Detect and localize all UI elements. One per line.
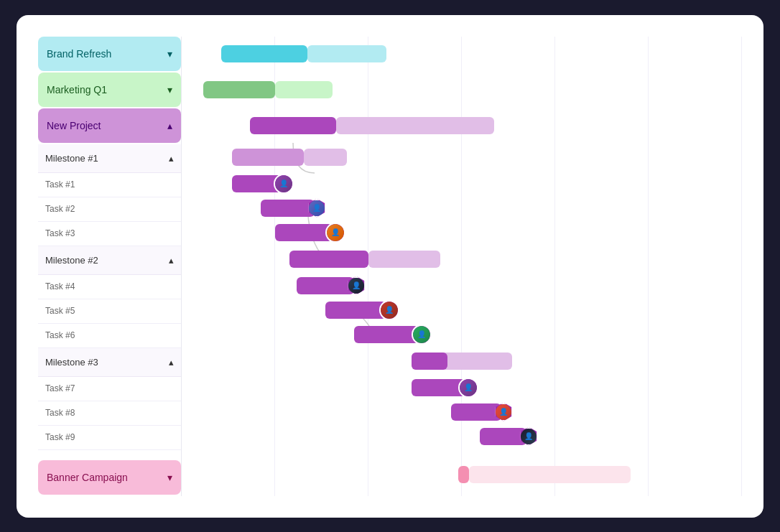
project-new[interactable]: New Project ▴ (38, 108, 181, 143)
task-1[interactable]: Task #1 (38, 173, 181, 197)
chevron-up-icon-m1: ▴ (169, 153, 174, 164)
project-brand[interactable]: Brand Refresh ▾ (38, 37, 181, 71)
avatar-task2-img: 👤 (309, 200, 325, 216)
marketing-bar-solid[interactable] (203, 81, 275, 98)
project-brand-label: Brand Refresh (47, 48, 111, 60)
task8-bar[interactable] (451, 403, 501, 421)
milestone-1[interactable]: Milestone #1 ▴ (38, 144, 181, 173)
banner-row-bar (182, 457, 742, 492)
marketing-row-bar (182, 73, 742, 107)
marketing-bar-light[interactable] (275, 81, 333, 98)
avatar-task8-img: 👤 (496, 404, 511, 420)
avatar-task7-img: 👤 (460, 379, 477, 396)
milestone3-row-bar (182, 347, 742, 375)
task-5-label: Task #5 (45, 306, 75, 316)
task-3-label: Task #3 (45, 228, 75, 238)
task-4[interactable]: Task #4 (38, 275, 181, 299)
chevron-down-icon-3: ▾ (167, 472, 172, 483)
chevron-down-icon: ▾ (167, 48, 172, 60)
project-new-label: New Project (47, 120, 101, 131)
task-2[interactable]: Task #2 (38, 197, 181, 222)
task-7-label: Task #7 (45, 383, 75, 393)
app-card: Brand Refresh ▾ Marketing Q1 ▾ New Proje… (17, 15, 763, 518)
banner-bar-light[interactable] (469, 466, 631, 483)
milestone1-bar-light[interactable] (304, 149, 347, 166)
task-4-label: Task #4 (45, 281, 75, 291)
avatar-task3: 👤 (325, 223, 345, 243)
project-marketing[interactable]: Marketing Q1 ▾ (38, 73, 181, 107)
avatar-task4-img: 👤 (348, 278, 364, 294)
avatar-task1-img: 👤 (275, 175, 292, 192)
task5-row-bar: 👤 (182, 298, 742, 322)
milestone-3[interactable]: Milestone #3 ▴ (38, 348, 181, 377)
chevron-up-icon-m2: ▴ (169, 255, 174, 266)
task3-bar[interactable] (275, 224, 333, 241)
new-project-bar-light[interactable] (336, 117, 494, 134)
milestone-2-label: Milestone #2 (45, 255, 98, 266)
avatar-task9-img: 👤 (521, 429, 537, 444)
milestone-2[interactable]: Milestone #2 ▴ (38, 246, 181, 275)
task9-bar[interactable] (480, 428, 526, 445)
milestone-1-label: Milestone #1 (45, 153, 98, 164)
task5-bar[interactable] (325, 302, 386, 319)
avatar-task1: 👤 (274, 174, 294, 194)
task4-bar[interactable] (297, 277, 354, 294)
chevron-down-icon-2: ▾ (167, 84, 172, 95)
task8-row-bar: 👤 (182, 400, 742, 424)
avatar-task6: 👤 (412, 325, 432, 345)
milestone2-row-bar (182, 245, 742, 274)
task2-row-bar: 👤 (182, 196, 742, 220)
task4-row-bar: 👤 (182, 274, 742, 298)
sidebar: Brand Refresh ▾ Marketing Q1 ▾ New Proje… (38, 37, 182, 496)
task-8[interactable]: Task #8 (38, 401, 181, 426)
task-7[interactable]: Task #7 (38, 377, 181, 401)
task6-row-bar: 👤 (182, 322, 742, 347)
task7-row-bar: 👤 (182, 375, 742, 400)
avatar-task5-img: 👤 (381, 302, 398, 319)
milestone1-bar-solid[interactable] (232, 149, 304, 166)
task-6[interactable]: Task #6 (38, 324, 181, 348)
chart-area: 👤 👤 👤 (182, 37, 742, 496)
task-9-label: Task #9 (45, 432, 75, 442)
task-1-label: Task #1 (45, 179, 75, 190)
banner-bar-solid[interactable] (458, 466, 469, 483)
gantt-container: Brand Refresh ▾ Marketing Q1 ▾ New Proje… (38, 37, 742, 496)
avatar-task3-img: 👤 (327, 224, 344, 241)
brand-bar-light[interactable] (307, 45, 386, 62)
task2-bar[interactable] (261, 200, 315, 217)
task-2-label: Task #2 (45, 204, 75, 214)
new-project-row-bar (182, 108, 742, 143)
task3-row-bar: 👤 (182, 220, 742, 245)
project-banner-label: Banner Campaign (47, 472, 128, 483)
milestone1-row-bar (182, 143, 742, 172)
task-3[interactable]: Task #3 (38, 222, 181, 246)
milestone-3-label: Milestone #3 (45, 357, 98, 368)
task-9[interactable]: Task #9 (38, 426, 181, 450)
milestone2-bar-solid[interactable] (289, 251, 368, 268)
project-banner[interactable]: Banner Campaign ▾ (38, 460, 181, 495)
task6-bar[interactable] (354, 326, 419, 343)
bars-container: 👤 👤 👤 (182, 37, 742, 496)
task-8-label: Task #8 (45, 408, 75, 418)
new-project-bar-solid[interactable] (250, 117, 336, 134)
chevron-up-icon: ▴ (167, 120, 172, 131)
avatar-task5: 👤 (379, 300, 399, 320)
chevron-up-icon-m3: ▴ (169, 357, 174, 368)
avatar-task6-img: 👤 (413, 326, 430, 343)
task-6-label: Task #6 (45, 330, 75, 340)
project-marketing-label: Marketing Q1 (47, 84, 107, 95)
task-5[interactable]: Task #5 (38, 299, 181, 324)
brand-bar-solid[interactable] (221, 45, 307, 62)
task9-row-bar: 👤 (182, 424, 742, 449)
milestone3-bar-solid[interactable] (412, 353, 447, 370)
avatar-task7: 👤 (458, 378, 478, 398)
brand-row-bar (182, 37, 742, 71)
milestone2-bar-light[interactable] (368, 251, 440, 268)
task1-row-bar: 👤 (182, 172, 742, 196)
task7-bar[interactable] (412, 379, 465, 396)
